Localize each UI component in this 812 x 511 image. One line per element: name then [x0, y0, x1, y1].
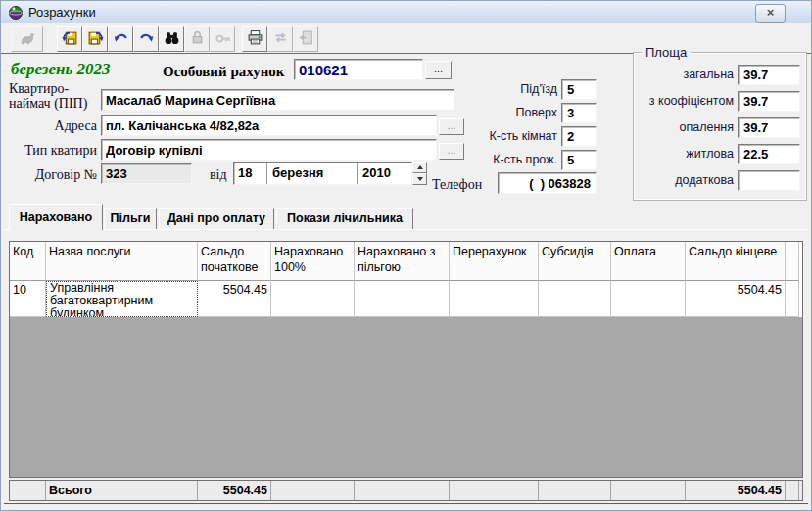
area-label: опалення: [636, 120, 734, 134]
close-button[interactable]: ×: [755, 4, 786, 23]
grid-cell[interactable]: 5504.45: [686, 281, 786, 317]
app-globe-icon: [8, 4, 24, 20]
save-rollback-button[interactable]: [57, 26, 82, 52]
grid-total-cell: [271, 481, 355, 500]
apt-type-label: Тип кватири: [9, 143, 97, 159]
stat-label: Поверх: [435, 106, 557, 119]
area-label: житлова: [636, 147, 734, 161]
redo-icon: [138, 29, 155, 50]
grid-cell[interactable]: [271, 281, 355, 317]
phone-input[interactable]: ( ) 063828: [498, 172, 597, 194]
tenant-label: Квартиро-наймач (ПІП): [9, 81, 99, 111]
dog-icon: [19, 29, 35, 50]
account-browse-button[interactable]: ...: [425, 61, 452, 79]
undo-icon: [113, 29, 129, 50]
search-button[interactable]: [159, 26, 184, 52]
transfer-button: [267, 26, 293, 52]
redo-button[interactable]: [133, 26, 159, 52]
triangle-up-icon: [417, 165, 423, 169]
floppy-rollback-icon: [62, 29, 78, 50]
area-input[interactable]: [738, 170, 800, 191]
stat-label: Під'їзд: [435, 82, 557, 96]
grid-header-cell: [786, 242, 799, 281]
exit-door-icon: [298, 29, 314, 50]
grid-total-cell: 5504.45: [686, 481, 786, 500]
spinner-up-button[interactable]: [412, 162, 427, 173]
stat-input[interactable]: 5: [561, 150, 597, 170]
apt-type-input[interactable]: [101, 139, 437, 161]
undo-button[interactable]: [108, 26, 133, 52]
contract-number-label: Договір №: [9, 167, 97, 183]
key-button: [210, 26, 235, 52]
grid-header-cell: Код: [10, 242, 46, 281]
app-window: Розрахунки × березень 2023 Особовий раху…: [0, 0, 812, 511]
area-label: загальна: [636, 68, 734, 81]
tab-3[interactable]: Дані про оплату: [159, 208, 274, 230]
grid-cell[interactable]: [355, 281, 450, 317]
account-input[interactable]: [294, 59, 423, 80]
grid-total-row: Всього5504.455504.45: [9, 480, 803, 501]
grid-cell[interactable]: [539, 281, 611, 317]
stat-input[interactable]: 2: [561, 126, 597, 147]
area-label: з коофіцієнтом: [636, 94, 734, 108]
data-control-button: [11, 26, 43, 52]
stat-input[interactable]: 3: [561, 103, 597, 123]
grid-cell[interactable]: [450, 281, 539, 317]
stat-input[interactable]: 5: [561, 79, 597, 100]
area-input[interactable]: 39.7: [738, 65, 800, 85]
grid-header-cell: Нараховано 100%: [271, 242, 355, 281]
grid-cell[interactable]: 5504.45: [198, 281, 271, 317]
tab-1[interactable]: Нараховано: [9, 204, 103, 230]
grid-header-cell: Оплата: [611, 242, 686, 281]
area-input[interactable]: 22.5: [738, 144, 800, 164]
grid-total-cell: [611, 481, 686, 500]
contract-number-input[interactable]: [101, 163, 192, 184]
area-label: додаткова: [636, 173, 734, 187]
key-icon: [215, 29, 231, 50]
tab-2[interactable]: Пільги: [104, 208, 157, 230]
address-label: Адреса: [9, 118, 97, 134]
floppy-commit-icon: [87, 29, 104, 50]
print-button[interactable]: [242, 26, 267, 52]
contract-month-input[interactable]: березня: [267, 163, 358, 184]
grid-cell[interactable]: [611, 281, 686, 317]
printer-icon: [247, 29, 263, 50]
spinner-down-button[interactable]: [412, 173, 427, 185]
grid-header-cell: Субсидія: [539, 242, 611, 281]
bottom-divider: [4, 503, 808, 504]
address-input[interactable]: [101, 115, 437, 136]
tenant-input[interactable]: [101, 89, 454, 111]
phone-label: Телефон: [432, 177, 482, 193]
contract-day-input[interactable]: 18: [234, 163, 267, 184]
window-title: Розрахунки: [28, 5, 96, 20]
grid-cell[interactable]: [786, 281, 799, 317]
grid-total-cell: [10, 481, 46, 500]
grid-cell[interactable]: 10: [10, 281, 46, 317]
area-group-title: Площа: [642, 45, 691, 60]
charges-grid: КодНазва послугиСальдо початковеНарахова…: [9, 241, 803, 318]
triangle-down-icon: [417, 177, 423, 181]
lock-icon: [189, 29, 206, 50]
contract-year-input[interactable]: 2010: [358, 163, 411, 184]
grid-total-cell: [450, 481, 539, 500]
grid-total-cell: [355, 481, 450, 500]
stat-label: К-сть кімнат: [435, 129, 557, 143]
period-label: березень 2023: [11, 60, 111, 79]
save-commit-button[interactable]: [82, 26, 108, 52]
area-input[interactable]: 39.7: [738, 117, 800, 138]
date-spinner: [412, 162, 427, 185]
grid-empty-area: [9, 317, 803, 478]
area-groupbox: Площа загальна39.7з коофіцієнтом39.7опал…: [633, 52, 807, 201]
grid-total-cell: 5504.45: [198, 481, 271, 500]
grid-total-cell: Всього: [46, 481, 198, 500]
area-input[interactable]: 39.7: [738, 91, 800, 112]
grid-cell-service-name[interactable]: Управління багатоквартирним будинком: [46, 281, 198, 317]
exit-button: [293, 26, 318, 52]
lock-button: [184, 26, 210, 52]
grid-total-cell: [539, 481, 611, 500]
grid-header-cell: Перерахунок: [450, 242, 539, 281]
tab-4[interactable]: Покази лічильника: [276, 208, 413, 230]
account-label: Особовий рахунок: [163, 64, 284, 80]
grid-header-cell: Назва послуги: [46, 242, 198, 281]
transfer-arrows-icon: [272, 29, 289, 50]
